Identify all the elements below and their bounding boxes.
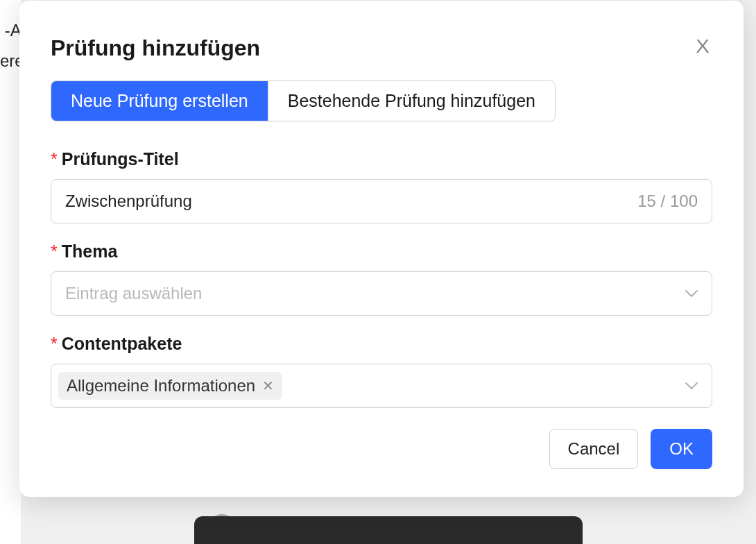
close-icon[interactable]: X xyxy=(693,36,712,56)
char-count: 15 / 100 xyxy=(637,192,698,211)
required-marker: * xyxy=(51,334,58,353)
modal-title: Prüfung hinzufügen xyxy=(51,35,260,61)
exam-title-input-wrap[interactable]: 15 / 100 xyxy=(51,179,712,223)
label-topic: *Thema xyxy=(51,241,712,262)
tab-create-new[interactable]: Neue Prüfung erstellen xyxy=(51,81,268,121)
label-exam-title: *Prüfungs-Titel xyxy=(51,149,712,169)
topic-select-placeholder: Eintrag auswählen xyxy=(65,284,685,303)
modal-footer: Cancel OK xyxy=(51,429,712,469)
ok-button[interactable]: OK xyxy=(651,429,712,469)
form-group-title: *Prüfungs-Titel 15 / 100 xyxy=(51,149,712,223)
package-tag: Allgemeine Informationen ✕ xyxy=(58,372,282,400)
required-marker: * xyxy=(51,241,58,261)
chevron-down-icon xyxy=(685,382,698,390)
label-text: Thema xyxy=(62,241,118,261)
form-group-topic: *Thema Eintrag auswählen xyxy=(51,241,712,316)
modal-header: Prüfung hinzufügen X xyxy=(51,35,712,61)
topic-select[interactable]: Eintrag auswählen xyxy=(51,271,712,316)
add-exam-modal: Prüfung hinzufügen X Neue Prüfung erstel… xyxy=(19,1,744,497)
packages-select[interactable]: Allgemeine Informationen ✕ xyxy=(51,364,712,408)
required-marker: * xyxy=(51,149,58,169)
background-left-panel: -A ere xyxy=(0,0,21,544)
form-group-packages: *Contentpakete Allgemeine Informationen … xyxy=(51,334,712,408)
exam-title-input[interactable] xyxy=(65,192,637,211)
label-text: Prüfungs-Titel xyxy=(62,149,179,169)
label-text: Contentpakete xyxy=(62,334,182,353)
cancel-button[interactable]: Cancel xyxy=(549,429,639,469)
label-packages: *Contentpakete xyxy=(51,334,712,354)
package-tag-label: Allgemeine Informationen xyxy=(67,376,255,396)
background-bottom-bar xyxy=(194,516,583,544)
tab-add-existing[interactable]: Bestehende Prüfung hinzufügen xyxy=(268,81,555,121)
chevron-down-icon xyxy=(685,289,698,298)
tab-group: Neue Prüfung erstellen Bestehende Prüfun… xyxy=(51,80,556,121)
remove-tag-icon[interactable]: ✕ xyxy=(262,379,274,393)
